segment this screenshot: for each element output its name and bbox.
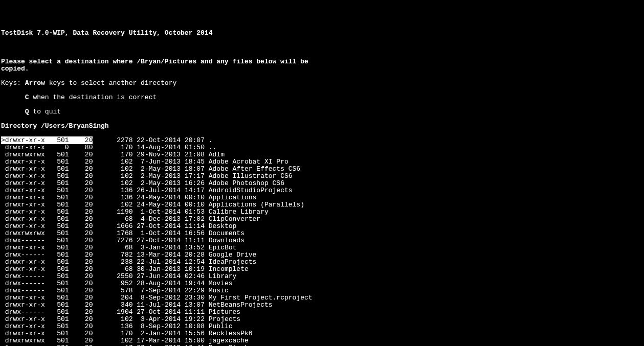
file-permissions: drwxr-xr-x [1,158,45,166]
directory-line: Directory /Users/BryanSingh [1,123,643,130]
file-row[interactable]: drwx------ 501 20 1904 27-Oct-2014 11:11… [1,309,643,316]
file-time: 02:46 [181,272,205,280]
file-date: 22-Oct-2014 [133,136,181,144]
file-row[interactable]: drwx------ 501 20 2550 27-Jun-2014 02:46… [1,273,643,280]
file-permissions: drwxr-xr-x [1,144,45,151]
file-row[interactable]: drwxr-xr-x 501 20 136 26-Jul-2014 14:17 … [1,187,643,194]
file-date: 8-Sep-2012 [133,322,181,330]
file-permissions: drwxr-xr-x [1,201,45,209]
file-permissions: drwxr-xr-x [1,301,45,309]
file-row[interactable]: drwxr-xr-x 501 20 170 2-Jan-2014 15:56 R… [1,330,643,337]
file-time: 20:07 [181,136,205,144]
file-name: Adobe Photoshop CS6 [205,179,284,187]
file-date: 11-Jul-2014 [133,301,181,309]
file-date: 27-Oct-2014 [133,222,181,230]
file-name: NetBeansProjects [205,301,273,309]
blank-line [1,44,643,51]
file-permissions: drwxr-xr-x [1,165,45,173]
file-time: 11:11 [181,237,205,244]
file-uid: 501 [49,251,69,259]
file-gid: 20 [73,136,93,144]
file-gid: 20 [73,337,93,344]
file-row[interactable]: drwxr-xr-x 501 20 102 2-May-2013 18:07 A… [1,166,643,173]
file-date: 7-Jun-2013 [133,158,181,166]
file-gid: 20 [73,258,93,266]
file-size: 102 [93,201,132,209]
file-row[interactable]: drwx------ 501 20 782 13-Mar-2014 20:28 … [1,251,643,259]
file-date: 26-Jul-2014 [133,187,181,194]
file-name: Google Drive [205,251,256,259]
file-row[interactable]: drwx------ 501 20 578 7-Sep-2014 22:29 M… [1,287,643,294]
file-time: 13:07 [181,301,205,309]
file-time: 15:00 [181,337,205,344]
file-permissions: drwxr-xr-x [1,330,45,337]
file-row[interactable]: >drwxr-xr-x 501 20 2278 22-Oct-2014 20:0… [1,137,213,144]
file-size: 578 [93,287,132,294]
file-time: 22:29 [181,287,205,294]
file-row[interactable]: drwx------ 501 20 952 28-Aug-2014 19:44 … [1,280,643,287]
file-uid: 501 [49,237,69,244]
file-row[interactable]: drwxr-xr-x 501 20 1190 1-Oct-2014 01:53 … [1,209,643,216]
file-row[interactable]: drwxrwxrwx 501 20 1768 1-Oct-2014 16:56 … [1,230,643,237]
file-name: BryanSingh [205,344,249,346]
file-uid: 501 [49,165,69,173]
file-row[interactable]: drwxr-xr-x 501 20 102 24-May-2014 00:10 … [1,201,643,209]
file-time: 00:10 [181,201,205,209]
file-uid: 501 [49,287,69,294]
file-time: 23:30 [181,294,205,302]
file-gid: 20 [73,172,93,180]
file-row[interactable]: drwxr-xr-x 501 20 102 2-May-2013 16:26 A… [1,180,643,187]
file-row[interactable]: drwxr-xr-x 501 20 68 30-Jan-2013 10:19 I… [1,266,643,273]
file-row[interactable]: drwxr-xr-x 501 20 102 2-May-2013 17:17 A… [1,173,643,180]
file-uid: 501 [49,344,69,346]
file-gid: 20 [73,344,93,346]
file-row[interactable]: drwxr-xr-x 501 20 204 8-Sep-2012 23:30 M… [1,294,643,302]
file-row[interactable]: drwxr-xr-x 501 20 238 22-Jul-2014 12:54 … [1,259,643,266]
file-row[interactable]: drwx------ 501 20 7276 27-Oct-2014 11:11… [1,237,643,244]
file-name: Movies [205,280,233,287]
file-row[interactable]: drwxr-xr-x 501 20 68 4-Dec-2013 17:02 Cl… [1,216,643,223]
file-permissions: drwxr-xr-x [1,179,45,187]
file-uid: 501 [49,215,69,223]
file-gid: 20 [73,215,93,223]
file-uid: 501 [49,315,69,323]
file-time: 17:02 [181,215,205,223]
file-name: Desktop [205,222,236,230]
file-permissions: drwxr-xr-x [1,194,45,201]
file-gid: 20 [73,229,93,237]
file-uid: 501 [49,222,69,230]
file-listing[interactable]: >drwxr-xr-x 501 20 2278 22-Oct-2014 20:0… [1,137,643,346]
file-row[interactable]: drwxr-xr-x 501 20 102 7-Jun-2013 18:45 A… [1,158,643,166]
file-gid: 20 [73,330,93,337]
file-row[interactable]: drwxr-xr-x 501 20 1666 27-Oct-2014 11:14… [1,223,643,230]
file-row[interactable]: drwxr-xr-x 501 20 136 8-Sep-2012 10:08 P… [1,323,643,330]
file-name: My First Project.rcproject [205,294,313,302]
file-row[interactable]: drwxr-xr-x 501 20 136 24-May-2014 00:10 … [1,194,643,201]
file-permissions: drwx------ [1,308,45,316]
file-date: 27-Oct-2014 [133,237,181,244]
file-uid: 501 [49,301,69,309]
file-row[interactable]: drwxrwxrwx 501 20 102 17-Mar-2014 15:00 … [1,337,643,344]
file-name: Adobe Illustrator CS6 [205,172,293,180]
file-permissions: drwxr-xr-x [1,172,45,180]
file-time: 14:17 [181,187,205,194]
file-date: 8-Sep-2012 [133,294,181,302]
file-date: 24-May-2014 [133,201,181,209]
file-time: 00:10 [181,194,205,201]
file-name: RecklessPk6 [205,330,253,337]
file-uid: 501 [49,179,69,187]
file-row[interactable]: drwxrwxrwx 501 20 170 29-Nov-2013 21:08 … [1,151,643,158]
file-permissions: drwxr-xr-x [1,322,45,330]
file-size: 68 [93,244,132,251]
file-date: 14-Aug-2014 [133,144,181,151]
file-row[interactable]: drwxr-xr-x 501 20 102 3-Apr-2014 19:22 P… [1,316,643,323]
file-date: 7-Sep-2014 [133,287,181,294]
file-row[interactable]: drwxr-xr-x 501 20 68 3-Jan-2014 13:52 Ep… [1,244,643,251]
file-permissions: drwxr-xr-x [1,244,45,251]
file-size: 340 [93,301,132,309]
file-gid: 20 [73,194,93,201]
file-row[interactable]: drwxr-xr-x 501 20 340 11-Jul-2014 13:07 … [1,302,643,309]
file-row[interactable]: drwxr-xr-x 0 80 170 14-Aug-2014 01:50 .. [1,144,643,151]
file-size: 2278 [93,136,132,144]
file-name: . [205,136,213,144]
